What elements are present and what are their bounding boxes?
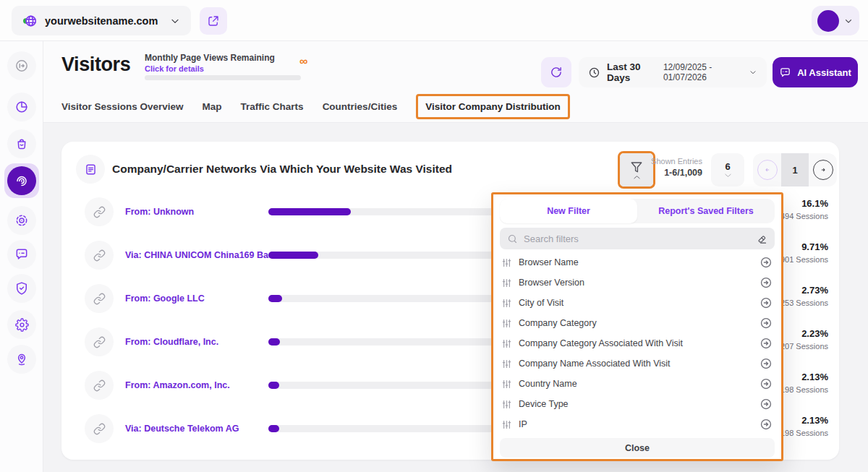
arrow-right-circle-icon[interactable] [760, 296, 773, 309]
tab-visitor-sessions-overview[interactable]: Visitor Sessions Overview [61, 101, 184, 112]
filter-field-label: Browser Version [519, 278, 584, 288]
network-link[interactable]: From: Unknown [125, 190, 194, 233]
link-icon [85, 327, 114, 356]
report-tabs: Visitor Sessions Overview Map Traffic Ch… [61, 93, 570, 120]
quota-details-link[interactable]: Click for details [145, 64, 204, 73]
refresh-button[interactable] [541, 57, 571, 87]
session-count: 198 Sessions [780, 429, 828, 437]
sidebar-item-visitors-active[interactable] [4, 163, 39, 198]
filter-field-item[interactable]: Country Name [500, 374, 775, 394]
filter-field-item[interactable]: City of Visit [500, 293, 775, 313]
arrow-right-circle-icon[interactable] [760, 317, 773, 330]
filter-panel-close-button[interactable]: Close [500, 438, 775, 458]
row-stats: 2.73% 253 Sessions [780, 285, 828, 307]
page-size-selector[interactable]: 6 [711, 153, 744, 186]
quota-label: Monthly Page Views Remaining [145, 53, 275, 63]
filter-field-item[interactable]: Device Type [500, 394, 775, 414]
shown-entries: Shown Entries 1-6/1,009 [644, 157, 702, 178]
network-link[interactable]: From: Cloudflare, Inc. [125, 320, 218, 364]
filter-field-item[interactable]: Company Category [500, 313, 775, 333]
website-globe-icon [22, 13, 38, 29]
filter-field-label: Company Category [519, 318, 597, 328]
filter-panel-tabs: New Filter Report's Saved Filters [500, 199, 775, 223]
network-link[interactable]: From: Google LLC [125, 277, 205, 320]
arrow-right-circle-icon[interactable] [760, 377, 773, 390]
website-selector[interactable]: yourwebsitename.com [12, 6, 191, 35]
filter-field-item[interactable]: IP [500, 414, 775, 434]
arrow-right-circle-icon[interactable] [760, 337, 773, 350]
previous-page-button[interactable] [753, 160, 781, 180]
funnel-icon [630, 160, 643, 173]
link-icon [85, 284, 114, 313]
filter-field-label: City of Visit [519, 298, 563, 308]
sessions-bar-fill [268, 338, 280, 346]
network-link[interactable]: From: Amazon.com, Inc. [125, 364, 230, 407]
report-title: Company/Carrier Networks Via Which Your … [112, 163, 452, 176]
avatar [817, 10, 839, 32]
refresh-icon [550, 66, 563, 79]
pagination: 1 [753, 153, 837, 186]
arrow-right-circle-icon[interactable] [760, 276, 773, 289]
website-name: yourwebsitename.com [45, 15, 162, 27]
filter-field-list: Browser Name Browser Version [500, 252, 775, 434]
link-icon [85, 241, 114, 270]
current-page: 1 [781, 153, 809, 186]
filter-field-label: IP [519, 419, 527, 429]
security-shield-icon[interactable] [7, 274, 36, 303]
filter-field-item[interactable]: Company Name Associated With Visit [500, 353, 775, 374]
row-stats: 2.13% 198 Sessions [780, 372, 828, 394]
filter-field-item[interactable]: Browser Name [500, 252, 775, 273]
page-title: Visitors [61, 53, 130, 76]
next-page-button[interactable] [809, 160, 837, 180]
ecommerce-bag-icon[interactable] [7, 129, 36, 158]
link-icon [85, 197, 114, 226]
feedback-chat-icon[interactable] [7, 240, 36, 269]
sliders-icon [502, 379, 511, 389]
unlimited-infinity-symbol: ∞ [299, 55, 307, 68]
sliders-icon [502, 278, 511, 288]
filter-field-item[interactable]: Company Category Associated With Visit [500, 333, 775, 353]
tab-traffic-charts[interactable]: Traffic Charts [241, 101, 304, 112]
chevron-up-icon [633, 174, 641, 180]
filter-field-label: Company Category Associated With Visit [519, 338, 683, 348]
sliders-icon [502, 319, 511, 328]
date-range-selector[interactable]: Last 30 Days 12/09/2025 - 01/07/2026 [579, 57, 767, 87]
tab-visitor-company-distribution[interactable]: Visitor Company Distribution [416, 94, 570, 119]
link-icon [85, 414, 114, 443]
report-document-icon [76, 155, 105, 184]
analytics-app: yourwebsitename.com [0, 0, 868, 472]
arrow-right-circle-icon[interactable] [760, 418, 773, 431]
filter-panel: New Filter Report's Saved Filters Browse… [491, 192, 783, 461]
saved-filters-tab[interactable]: Report's Saved Filters [637, 199, 775, 223]
arrow-left-circle-icon [757, 160, 778, 180]
tab-map[interactable]: Map [203, 101, 222, 112]
dashboard-pie-icon[interactable] [7, 93, 36, 121]
topbar: yourwebsitename.com [0, 0, 868, 41]
open-website-button[interactable] [200, 7, 227, 35]
filter-field-item[interactable]: Browser Version [500, 273, 775, 293]
shown-entries-label: Shown Entries [644, 157, 702, 166]
settings-gear-icon[interactable] [7, 310, 36, 339]
visitors-radar-icon [7, 166, 36, 195]
sidebar-toggle-icon[interactable] [7, 51, 36, 80]
chat-icon [779, 66, 791, 79]
arrow-right-circle-icon[interactable] [760, 398, 773, 411]
session-count: 901 Sessions [780, 255, 828, 264]
arrow-right-circle-icon[interactable] [760, 357, 773, 370]
session-recordings-icon[interactable] [7, 206, 36, 235]
row-stats: 2.13% 198 Sessions [780, 415, 828, 437]
visitor-location-icon[interactable] [7, 345, 36, 374]
eraser-icon[interactable] [757, 233, 767, 244]
chevron-down-icon [724, 173, 732, 179]
account-menu[interactable] [812, 6, 859, 35]
tab-countries-cities[interactable]: Countries/Cities [323, 101, 398, 112]
network-link[interactable]: Via: Deutsche Telekom AG [125, 407, 239, 450]
ai-assistant-button[interactable]: AI Assistant [773, 57, 858, 87]
arrow-right-circle-icon[interactable] [760, 256, 773, 269]
filter-search-input[interactable] [524, 233, 751, 244]
filter-field-label: Country Name [519, 379, 577, 389]
sessions-bar-fill [268, 382, 279, 389]
search-icon [507, 233, 518, 244]
new-filter-tab[interactable]: New Filter [500, 199, 637, 223]
date-range-dates: 12/09/2025 - 01/07/2026 [663, 62, 742, 82]
